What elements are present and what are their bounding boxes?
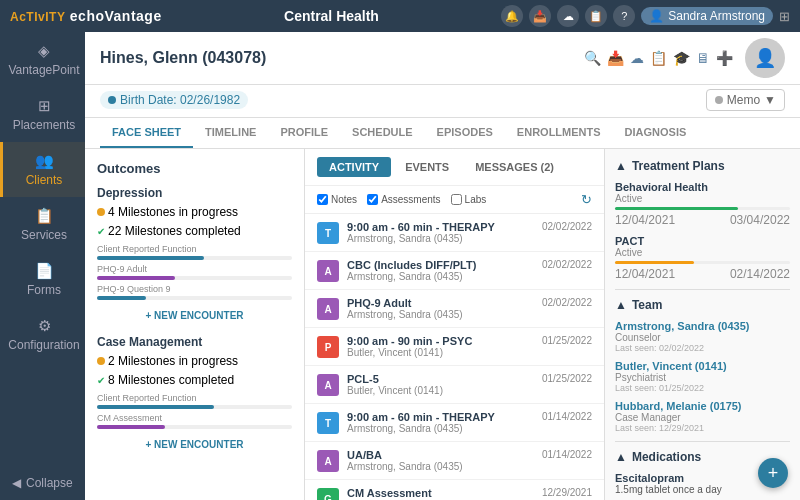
activity-date: 02/02/2022 bbox=[542, 297, 592, 308]
case-progress-label: 2 Milestones in progress bbox=[108, 354, 238, 368]
team-section[interactable]: ▲ Team bbox=[615, 298, 790, 312]
team-name-2[interactable]: Butler, Vincent (0141) bbox=[615, 360, 790, 372]
activity-tab[interactable]: ACTIVITY bbox=[317, 157, 391, 177]
sidebar-item-vantagepoint[interactable]: ◈ VantagePoint bbox=[0, 32, 85, 87]
patient-action-icons: 🔍 📥 ☁ 📋 🎓 🖥 ➕ bbox=[584, 50, 733, 66]
monitor-icon[interactable]: 🖥 bbox=[696, 50, 710, 66]
activity-sub: Armstrong, Sandra (0435) bbox=[347, 423, 534, 434]
user-badge[interactable]: 👤 Sandra Armstrong bbox=[641, 7, 773, 25]
tab-timeline[interactable]: TIMELINE bbox=[193, 118, 268, 148]
assessments-checkbox[interactable] bbox=[367, 194, 378, 205]
treatment-plans-section[interactable]: ▲ Treatment Plans bbox=[615, 159, 790, 173]
tab-navigation: FACE SHEET TIMELINE PROFILE SCHEDULE EPI… bbox=[85, 118, 800, 149]
medications-title: Medications bbox=[632, 450, 701, 464]
sidebar-item-placements[interactable]: ⊞ Placements bbox=[0, 87, 85, 142]
sidebar-item-configuration[interactable]: ⚙ Configuration bbox=[0, 307, 85, 362]
memo-dropdown[interactable]: Memo ▼ bbox=[706, 89, 785, 111]
help-icon[interactable]: ? bbox=[613, 5, 635, 27]
list-item[interactable]: T 9:00 am - 60 min - THERAPY Armstrong, … bbox=[305, 404, 604, 442]
team-title: Team bbox=[632, 298, 662, 312]
activity-title: PCL-5 bbox=[347, 373, 534, 385]
patient-header: Hines, Glenn (043078) 🔍 📥 ☁ 📋 🎓 🖥 ➕ 👤 bbox=[85, 32, 800, 85]
download-icon[interactable]: 📥 bbox=[607, 50, 624, 66]
activity-date: 02/02/2022 bbox=[542, 221, 592, 232]
add-patient-icon[interactable]: ➕ bbox=[716, 50, 733, 66]
depression-title: Depression bbox=[97, 186, 292, 200]
patient-name: Hines, Glenn (043078) bbox=[100, 49, 266, 67]
orange-dot-2 bbox=[97, 357, 105, 365]
labs-filter[interactable]: Labs bbox=[451, 194, 487, 205]
team-role-1: Counselor bbox=[615, 332, 790, 343]
list-item[interactable]: G CM Assessment Hubbard, Melanie (0175) … bbox=[305, 480, 604, 500]
green-icon: G bbox=[317, 488, 339, 500]
treatment-chevron-icon: ▲ bbox=[615, 159, 627, 173]
messages-tab[interactable]: MESSAGES (2) bbox=[463, 157, 566, 177]
list-item[interactable]: T 9:00 am - 60 min - THERAPY Armstrong, … bbox=[305, 214, 604, 252]
grid-icon[interactable]: ⊞ bbox=[779, 9, 790, 24]
search-patient-icon[interactable]: 🔍 bbox=[584, 50, 601, 66]
depression-bar-1: Client Reported Function bbox=[97, 244, 292, 260]
bar-label-2: PHQ-9 Adult bbox=[97, 264, 292, 274]
treatment-plan-item-1: Behavioral Health Active 12/04/2021 03/0… bbox=[615, 181, 790, 227]
sidebar-item-services[interactable]: 📋 Services bbox=[0, 197, 85, 252]
notes-filter[interactable]: Notes bbox=[317, 194, 357, 205]
config-icon: ⚙ bbox=[38, 317, 51, 335]
inbox-icon[interactable]: 📥 bbox=[529, 5, 551, 27]
user-name: Sandra Armstrong bbox=[668, 9, 765, 23]
tab-schedule[interactable]: SCHEDULE bbox=[340, 118, 425, 148]
list-item[interactable]: A PCL-5 Butler, Vincent (0141) 01/25/202… bbox=[305, 366, 604, 404]
tab-enrollments[interactable]: ENROLLMENTS bbox=[505, 118, 613, 148]
tab-episodes[interactable]: EPISODES bbox=[425, 118, 505, 148]
edu-icon[interactable]: 🎓 bbox=[673, 50, 690, 66]
case-milestones: 2 Milestones in progress ✔ 8 Milestones … bbox=[97, 354, 292, 387]
activity-date: 01/14/2022 bbox=[542, 449, 592, 460]
activity-title: PHQ-9 Adult bbox=[347, 297, 534, 309]
case-new-encounter-button[interactable]: + NEW ENCOUNTER bbox=[97, 433, 292, 456]
activity-content: CM Assessment Hubbard, Melanie (0175) bbox=[347, 487, 534, 500]
depression-bar-2: PHQ-9 Adult bbox=[97, 264, 292, 280]
notes-checkbox[interactable] bbox=[317, 194, 328, 205]
outcomes-title: Outcomes bbox=[97, 161, 292, 176]
cloud-icon[interactable]: ☁ bbox=[557, 5, 579, 27]
sidebar-item-clients[interactable]: 👥 Clients bbox=[0, 142, 85, 197]
team-member-1: Armstrong, Sandra (0435) Counselor Last … bbox=[615, 320, 790, 353]
list-item[interactable]: A UA/BA Armstrong, Sandra (0435) 01/14/2… bbox=[305, 442, 604, 480]
events-tab[interactable]: EVENTS bbox=[393, 157, 461, 177]
psyc-icon: P bbox=[317, 336, 339, 358]
tab-profile[interactable]: PROFILE bbox=[268, 118, 340, 148]
clipboard-icon[interactable]: 📋 bbox=[585, 5, 607, 27]
tab-face-sheet[interactable]: FACE SHEET bbox=[100, 118, 193, 148]
app-logo: AcTIvITY echoVantage bbox=[10, 8, 162, 24]
add-fab-button[interactable]: + bbox=[758, 458, 788, 488]
upload-icon[interactable]: ☁ bbox=[630, 50, 644, 66]
case-bar-label-2: CM Assessment bbox=[97, 413, 292, 423]
clients-icon: 👥 bbox=[35, 152, 54, 170]
center-title: Central Health bbox=[284, 8, 379, 24]
team-name-1[interactable]: Armstrong, Sandra (0435) bbox=[615, 320, 790, 332]
labs-checkbox[interactable] bbox=[451, 194, 462, 205]
case-completed-label: 8 Milestones completed bbox=[108, 373, 234, 387]
sidebar-label-vantagepoint: VantagePoint bbox=[8, 63, 79, 77]
depression-completed-label: 22 Milestones completed bbox=[108, 224, 241, 238]
list-item[interactable]: P 9:00 am - 90 min - PSYC Butler, Vincen… bbox=[305, 328, 604, 366]
list-item[interactable]: A PHQ-9 Adult Armstrong, Sandra (0435) 0… bbox=[305, 290, 604, 328]
assessments-filter[interactable]: Assessments bbox=[367, 194, 440, 205]
tab-diagnosis[interactable]: DIAGNOSIS bbox=[613, 118, 699, 148]
collapse-button[interactable]: ◀ Collapse bbox=[0, 466, 85, 500]
activity-panel: ACTIVITY EVENTS MESSAGES (2) Notes Asses… bbox=[305, 149, 605, 500]
refresh-icon[interactable]: ↻ bbox=[581, 192, 592, 207]
doc-icon[interactable]: 📋 bbox=[650, 50, 667, 66]
notification-icon[interactable]: 🔔 bbox=[501, 5, 523, 27]
activity-sub: Armstrong, Sandra (0435) bbox=[347, 461, 534, 472]
team-member-3: Hubbard, Melanie (0175) Case Manager Las… bbox=[615, 400, 790, 433]
team-name-3[interactable]: Hubbard, Melanie (0175) bbox=[615, 400, 790, 412]
activity-title: CM Assessment bbox=[347, 487, 534, 499]
list-item[interactable]: A CBC (Includes DIFF/PLT) Armstrong, San… bbox=[305, 252, 604, 290]
sidebar-item-forms[interactable]: 📄 Forms bbox=[0, 252, 85, 307]
depression-new-encounter-button[interactable]: + NEW ENCOUNTER bbox=[97, 304, 292, 327]
assessment-icon: A bbox=[317, 374, 339, 396]
sidebar-label-placements: Placements bbox=[13, 118, 76, 132]
team-chevron-icon: ▲ bbox=[615, 298, 627, 312]
therapy-icon: T bbox=[317, 222, 339, 244]
depression-in-progress: 4 Milestones in progress bbox=[97, 205, 238, 219]
